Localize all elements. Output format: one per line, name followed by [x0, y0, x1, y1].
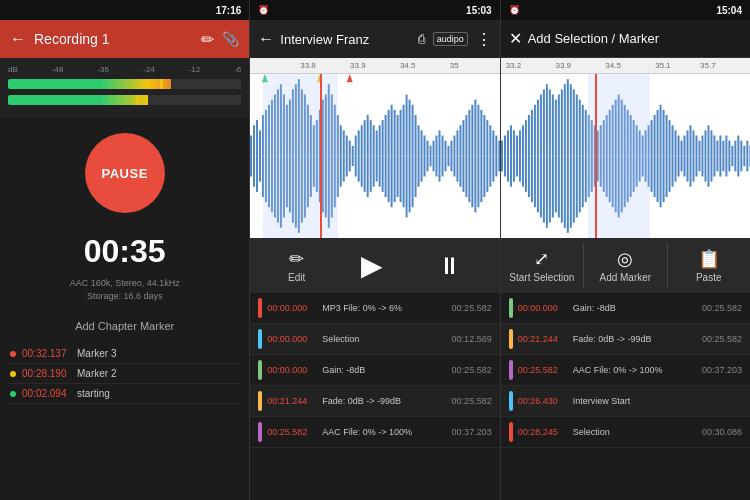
- back-button-1[interactable]: ←: [10, 30, 26, 48]
- player-top-bar-2: ← Interview Franz ⎙ audipo ⋮: [250, 20, 499, 58]
- pause-button[interactable]: PAUSE: [85, 133, 165, 213]
- waveform-canvas-3: [501, 74, 750, 238]
- event-color: [509, 298, 513, 318]
- vu-meter: dB -48 -36 -24 -12 -6: [0, 58, 249, 118]
- event-desc: AAC File: 0% -> 100%: [322, 427, 451, 437]
- marker-label: Marker 3: [77, 348, 116, 359]
- status-time-2: 15:03: [466, 5, 492, 16]
- more-options-icon[interactable]: ⋮: [476, 30, 492, 49]
- pause-icon: ⏸: [438, 252, 462, 280]
- event-color: [258, 391, 262, 411]
- event-end: 00:37.203: [452, 427, 492, 437]
- ruler-tick: 33.8: [300, 61, 316, 70]
- top-bar-1: ← Recording 1 ✏ 📎: [0, 20, 249, 58]
- status-time-1: 17:16: [216, 5, 242, 16]
- event-end: 00:12.569: [452, 334, 492, 344]
- event-color: [258, 422, 262, 442]
- event-end: 00:25.582: [702, 303, 742, 313]
- list-item: 00:00.000 Gain: -8dB 00:25.582: [250, 355, 499, 386]
- event-end: 00:30.086: [702, 427, 742, 437]
- ruler-tick: 35.1: [655, 61, 671, 70]
- rec-info: AAC 160k, Stereo, 44.1kHz Storage: 16.6 …: [0, 275, 249, 304]
- marker-dot: [10, 351, 16, 357]
- vu-label-12: -12: [189, 65, 201, 74]
- edit-icon-1[interactable]: ✏: [201, 30, 214, 49]
- event-color: [258, 298, 262, 318]
- start-selection-button[interactable]: ⤢ Start Selection: [501, 243, 584, 288]
- vu-labels: dB -48 -36 -24 -12 -6: [8, 63, 241, 76]
- marker-dot: [10, 391, 16, 397]
- selection-marker-panel: ⏰ 15:04 ✕ Add Selection / Marker 33.2 33…: [501, 0, 750, 500]
- panel3-title: Add Selection / Marker: [528, 31, 742, 46]
- player-panel: ⏰ 15:03 ← Interview Franz ⎙ audipo ⋮ 33.…: [250, 0, 500, 500]
- list-item: 00:32.137 Marker 3: [8, 344, 241, 364]
- list-item: 00:28.245 Selection 00:30.086: [501, 417, 750, 448]
- vu-label-db: dB: [8, 65, 18, 74]
- vu-bar-mask-1: [171, 79, 241, 89]
- level-indicator-2: [136, 95, 139, 105]
- player-top-bar-3: ✕ Add Selection / Marker: [501, 20, 750, 58]
- chapter-section: Add Chapter Marker 00:32.137 Marker 3 00…: [0, 304, 249, 412]
- event-color: [509, 391, 513, 411]
- playhead-3: [595, 74, 597, 238]
- event-start: 00:21.244: [267, 396, 322, 406]
- vu-bar-bg-1: [8, 79, 241, 89]
- toolbar-panel-3: ⤢ Start Selection ◎ Add Marker 📋 Paste: [501, 238, 750, 293]
- event-start: 00:00.000: [518, 303, 573, 313]
- event-list-3: 00:00.000 Gain: -8dB 00:25.582 00:21.244…: [501, 293, 750, 500]
- recording-title: Recording 1: [34, 31, 193, 47]
- time-ruler-3: 33.2 33.9 34.5 35.1 35.7: [501, 58, 750, 74]
- vu-label-48: -48: [52, 65, 64, 74]
- player-title-2: Interview Franz: [280, 32, 411, 47]
- playhead-2: [320, 74, 322, 238]
- event-start: 00:00.000: [267, 303, 322, 313]
- add-marker-label: Add Marker: [599, 272, 651, 283]
- vu-bar-bg-2: [8, 95, 241, 105]
- waveform-viewer-3[interactable]: 33.2 33.9 34.5 35.1 35.7: [501, 58, 750, 238]
- back-button-2[interactable]: ←: [258, 30, 274, 48]
- selection-highlight-2: [263, 74, 338, 238]
- vu-bar-row-1: [8, 78, 241, 90]
- event-start: 00:00.000: [267, 365, 322, 375]
- event-desc: MP3 File: 0% -> 6%: [322, 303, 451, 313]
- recording-timer: 00:35: [0, 228, 249, 275]
- vu-bars: [8, 78, 241, 106]
- list-item: 00:02.094 starting: [8, 384, 241, 404]
- waveform-viewer-2[interactable]: 33.8 33.9 34.5 35: [250, 58, 499, 238]
- waveform-canvas-2: [250, 74, 499, 238]
- status-bar-1: 17:16: [0, 0, 249, 20]
- close-button[interactable]: ✕: [509, 29, 522, 48]
- event-start: 00:25.582: [518, 365, 573, 375]
- event-end: 00:25.582: [452, 303, 492, 313]
- list-item: 00:21.244 Fade: 0dB -> -99dB 00:25.582: [501, 324, 750, 355]
- paste-icon: 📋: [698, 248, 720, 270]
- edit-button[interactable]: ✏ Edit: [288, 248, 305, 283]
- share-icon[interactable]: ⎙: [418, 32, 425, 46]
- recording-panel: 17:16 ← Recording 1 ✏ 📎 dB -48 -36 -24 -…: [0, 0, 250, 500]
- add-marker-button[interactable]: ◎ Add Marker: [584, 243, 667, 288]
- event-color: [509, 329, 513, 349]
- list-item: 00:00.000 Selection 00:12.569: [250, 324, 499, 355]
- event-end: 00:25.582: [452, 365, 492, 375]
- status-bar-2: ⏰ 15:03: [250, 0, 499, 20]
- time-ruler-2: 33.8 33.9 34.5 35: [250, 58, 499, 74]
- attach-icon[interactable]: 📎: [222, 31, 239, 47]
- paste-button[interactable]: 📋 Paste: [668, 243, 750, 288]
- event-start: 00:00.000: [267, 334, 322, 344]
- pause-ctrl-button[interactable]: ⏸: [438, 252, 462, 280]
- event-end: 00:37.203: [702, 365, 742, 375]
- paste-label: Paste: [696, 272, 722, 283]
- list-item: 00:28.190 Marker 2: [8, 364, 241, 384]
- alarm-icon: ⏰: [258, 5, 269, 15]
- ruler-tick: 33.2: [506, 61, 522, 70]
- rec-info-line1: AAC 160k, Stereo, 44.1kHz: [0, 277, 249, 290]
- marker-triangle-red: [347, 74, 353, 82]
- add-chapter-marker-button[interactable]: Add Chapter Marker: [8, 312, 241, 340]
- status-bar-3: ⏰ 15:04: [501, 0, 750, 20]
- play-button[interactable]: ▶: [361, 249, 383, 282]
- ruler-tick: 35.7: [700, 61, 716, 70]
- alarm-icon-3: ⏰: [509, 5, 520, 15]
- event-desc: Selection: [322, 334, 451, 344]
- vu-label-36: -36: [97, 65, 109, 74]
- add-marker-icon: ◎: [617, 248, 633, 270]
